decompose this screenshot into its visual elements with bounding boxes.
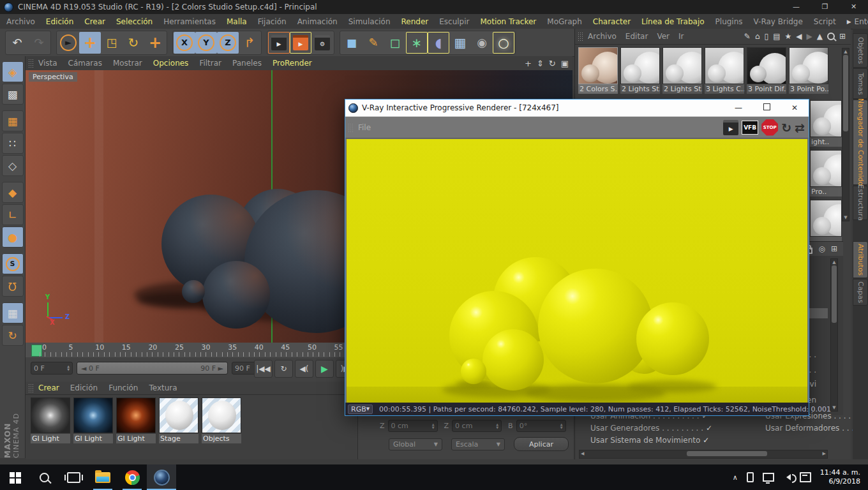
bend-deformer-button[interactable]: ◖ xyxy=(428,32,449,54)
apply-button[interactable]: Aplicar xyxy=(514,437,569,451)
file-explorer-button[interactable] xyxy=(88,464,117,490)
lock-workplane-button[interactable]: ▦ xyxy=(2,302,24,323)
search-icon[interactable] xyxy=(827,33,835,40)
preset-thumbnail[interactable]: 2 Lights St.. xyxy=(620,47,661,94)
spinner-icon[interactable]: ▲▼ xyxy=(432,423,435,429)
browser-menu-ir[interactable]: Ir xyxy=(678,32,684,41)
snap-button[interactable]: S xyxy=(2,253,24,274)
vp-menu-prorender[interactable]: ProRender xyxy=(273,59,312,68)
lock-x-button[interactable]: X xyxy=(174,32,195,54)
forward-icon[interactable]: ▶ xyxy=(806,32,812,41)
checkmark-icon[interactable]: ✓ xyxy=(703,436,709,445)
vp-menu-vista[interactable]: Vista xyxy=(38,59,57,68)
orbit-icon[interactable]: ↻ xyxy=(549,59,556,68)
preset-thumbnail[interactable]: ight.. xyxy=(810,100,842,147)
taskbar-search-button[interactable] xyxy=(29,464,59,490)
new-folder-icon[interactable]: ⊞ xyxy=(839,32,846,41)
goto-start-button[interactable]: |◀◀ xyxy=(254,360,273,378)
vp-menu-cámaras[interactable]: Cámaras xyxy=(68,59,102,68)
add-cube-button[interactable]: ◼ xyxy=(341,32,363,54)
coordinate-system-dropdown[interactable]: Global ▼ xyxy=(389,438,442,450)
texture-mode-button[interactable]: ▩ xyxy=(2,84,24,105)
cloner-button[interactable]: ∗ xyxy=(406,32,428,54)
menu-selección[interactable]: Selección xyxy=(116,17,153,26)
axis-move-button[interactable]: + xyxy=(144,32,166,54)
volume-icon[interactable] xyxy=(783,474,791,480)
rotate-button[interactable]: ↻ xyxy=(123,32,144,54)
home-icon[interactable]: ⌂ xyxy=(755,32,760,41)
menu-v-ray-bridge[interactable]: V-Ray Bridge xyxy=(754,17,803,26)
back-icon[interactable]: ◀ xyxy=(796,32,802,41)
menu-herramientas[interactable]: Herramientas xyxy=(163,17,216,26)
channel-dropdown[interactable]: RGB ▼ xyxy=(348,405,373,414)
material-tile[interactable]: GI Light xyxy=(116,397,156,443)
material-tile[interactable]: GI Light xyxy=(73,397,113,443)
spinner-icon[interactable]: ▲▼ xyxy=(496,423,498,429)
menu-malla[interactable]: Malla xyxy=(227,17,247,26)
render-view-button[interactable]: ▶ xyxy=(268,32,290,54)
start-button[interactable] xyxy=(0,464,29,490)
edges-mode-button[interactable]: ◇ xyxy=(2,155,24,176)
menu-simulación[interactable]: Simulación xyxy=(348,17,391,26)
menu-character[interactable]: Character xyxy=(593,17,631,26)
menu-línea-de-trabajo[interactable]: Línea de Trabajo xyxy=(641,17,705,26)
browser-menu-archivo[interactable]: Archivo xyxy=(588,32,617,41)
menu-motion-tracker[interactable]: Motion Tracker xyxy=(481,17,537,26)
viewport-label[interactable]: Perspectiva xyxy=(29,72,77,82)
vp-menu-filtrar[interactable]: Filtrar xyxy=(199,59,221,68)
cinema4d-taskbar-button[interactable] xyxy=(147,464,176,490)
drag-handle-icon[interactable] xyxy=(578,32,584,41)
tab-navegador-de-contenido[interactable]: Navegador de Contenido xyxy=(853,100,868,185)
usb-icon[interactable] xyxy=(747,472,754,482)
coordinate-input[interactable]: 0 cm▲▼ xyxy=(452,420,502,432)
menu-esculpir[interactable]: Esculpir xyxy=(439,17,469,26)
preset-thumbnail[interactable]: 2 Lights St.. xyxy=(662,47,703,94)
vray-titlebar[interactable]: V-Ray Interactive Progressive Renderer -… xyxy=(345,100,809,117)
sync-icon[interactable]: ⇄ xyxy=(795,121,805,135)
pan-icon[interactable]: + xyxy=(525,59,532,68)
tab-atributos[interactable]: Atributos xyxy=(853,241,868,278)
tab-capas[interactable]: Capas xyxy=(853,279,868,306)
vp-menu-paneles[interactable]: Paneles xyxy=(232,59,262,68)
preset-thumbnail[interactable]: 2 Colors S.. xyxy=(578,47,619,94)
menu-render[interactable]: Render xyxy=(401,17,429,26)
chrome-button[interactable] xyxy=(117,464,147,490)
presets-icon[interactable]: ▯ xyxy=(765,32,769,41)
floor-button[interactable]: ▦ xyxy=(449,32,471,54)
frame-range-slider[interactable]: ◄ 0 F 90 F ► xyxy=(77,362,228,375)
material-tile[interactable]: Stage xyxy=(159,397,198,443)
move-button[interactable]: + xyxy=(79,32,101,54)
menu-edición[interactable]: Edición xyxy=(46,17,73,26)
render-settings-button[interactable]: ⚙ xyxy=(311,32,333,54)
camera-button[interactable]: ◉ xyxy=(471,32,493,54)
render-history-icon[interactable]: ▶ xyxy=(723,120,738,135)
render-picture-viewer-button[interactable]: ▶ xyxy=(290,32,311,54)
tweak-mode-button[interactable]: ● xyxy=(2,226,24,248)
mat-menu-crear[interactable]: Crear xyxy=(38,383,59,392)
menu-mograph[interactable]: MoGraph xyxy=(547,17,582,26)
target-icon[interactable]: ◎ xyxy=(818,244,825,253)
spinner-icon[interactable]: ▲▼ xyxy=(67,365,70,371)
material-tile[interactable]: GI Light xyxy=(31,397,70,443)
vp-menu-mostrar[interactable]: Mostrar xyxy=(113,59,142,68)
task-view-button[interactable] xyxy=(59,464,88,490)
lock-y-button[interactable]: Y xyxy=(195,32,217,54)
restart-render-icon[interactable]: ↻ xyxy=(781,121,791,135)
mat-menu-edición[interactable]: Edición xyxy=(70,383,98,392)
menu-animación[interactable]: Animación xyxy=(297,17,338,26)
points-mode-button[interactable]: ∷ xyxy=(2,133,24,154)
scale-button[interactable]: ◳ xyxy=(101,32,123,54)
menu-script[interactable]: Script xyxy=(814,17,836,26)
subdivision-surface-button[interactable]: ◻ xyxy=(384,32,406,54)
tab-objetos[interactable]: Objetos xyxy=(853,33,868,68)
model-mode-button[interactable]: ◈ xyxy=(2,61,24,82)
browser-menu-ver[interactable]: Ver xyxy=(657,32,670,41)
play-backwards-button[interactable]: ↻ xyxy=(274,360,293,378)
network-icon[interactable] xyxy=(763,473,774,482)
current-frame-field[interactable]: 0 F ▲▼ xyxy=(31,362,73,375)
axis-mode-button[interactable]: ∟ xyxy=(2,204,24,225)
minimize-button[interactable]: — xyxy=(724,100,752,116)
vray-file-menu[interactable]: File xyxy=(358,123,371,132)
redo-button[interactable]: ↷ xyxy=(28,32,50,54)
tray-expand-icon[interactable]: ∧ xyxy=(733,473,738,482)
